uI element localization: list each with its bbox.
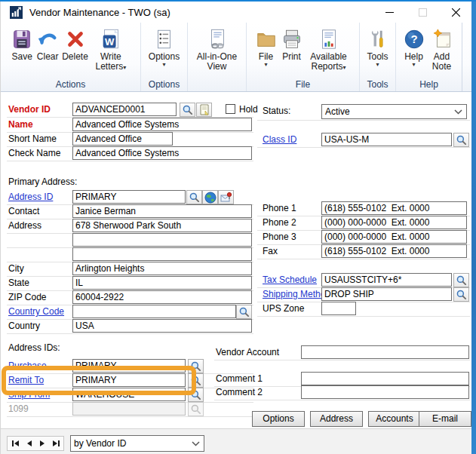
zip-field[interactable] — [72, 290, 252, 304]
comment2-row: Comment 2 — [214, 385, 470, 400]
vendor-account-field[interactable] — [301, 345, 469, 359]
country-code-link[interactable]: Country Code — [8, 306, 64, 317]
map-pin-button[interactable] — [218, 190, 234, 204]
printer-icon — [281, 26, 303, 52]
record-nav — [7, 436, 64, 451]
toolbar-group-tools: Tools ▾ Tools — [360, 23, 396, 91]
address-id-field[interactable] — [72, 190, 186, 204]
address-line2-field[interactable] — [72, 233, 252, 247]
close-icon — [452, 8, 460, 17]
accounts-button[interactable]: Accounts — [368, 411, 421, 427]
address-label: Address — [8, 220, 41, 231]
address-button[interactable]: Address — [310, 411, 363, 427]
class-id-lookup-button[interactable] — [453, 133, 469, 147]
magnifier-icon — [190, 389, 201, 400]
comment1-field[interactable] — [301, 372, 469, 385]
list-icon — [152, 26, 175, 52]
status-dropdown[interactable]: Active — [321, 104, 467, 119]
class-id-link[interactable]: Class ID — [263, 134, 296, 145]
check-name-field[interactable] — [72, 146, 252, 160]
ship-from-field[interactable] — [72, 388, 186, 401]
dropdown-caret-icon: ▾ — [123, 64, 126, 71]
delete-button[interactable]: Delete — [60, 25, 90, 63]
email-button[interactable]: E-mail — [419, 411, 471, 427]
ten99-address-row: 1099 — [7, 402, 253, 417]
file-menu-button[interactable]: File ▾ — [253, 25, 279, 69]
all-in-one-view-button[interactable]: All-in-One View — [191, 25, 244, 72]
ship-from-lookup-button[interactable] — [188, 388, 204, 402]
ship-from-link[interactable]: Ship From — [8, 389, 50, 400]
fax-field[interactable] — [321, 244, 467, 258]
vendor-account-row: Vendor Account — [214, 345, 470, 360]
close-button[interactable] — [439, 2, 472, 23]
minimize-icon — [385, 8, 394, 17]
next-record-button[interactable] — [39, 440, 45, 447]
comment2-field[interactable] — [301, 385, 469, 399]
name-field[interactable] — [72, 118, 252, 131]
options-button[interactable]: Options — [252, 411, 305, 427]
magnifier-icon — [190, 360, 201, 372]
address-line1-field[interactable] — [72, 219, 252, 232]
ups-zone-field[interactable] — [321, 302, 356, 315]
vendor-id-row: Vendor ID Hold — [7, 103, 253, 118]
magnifier-icon — [456, 134, 467, 146]
phone1-field[interactable] — [321, 201, 467, 215]
previous-record-button[interactable] — [26, 440, 32, 447]
options-menu-button[interactable]: Options ▾ — [147, 25, 181, 69]
maximize-button[interactable] — [406, 2, 439, 23]
city-field[interactable] — [72, 262, 252, 275]
remit-to-link[interactable]: Remit To — [8, 375, 44, 385]
sort-by-value: by Vendor ID — [74, 438, 192, 449]
minimize-button[interactable] — [373, 2, 406, 23]
country-field[interactable] — [72, 319, 252, 333]
tax-schedule-lookup-button[interactable] — [453, 273, 469, 287]
purchase-address-field[interactable] — [72, 359, 186, 373]
phone3-field[interactable] — [321, 230, 467, 244]
toolbar-group-file: File ▾ Print — [247, 23, 360, 91]
last-record-button[interactable] — [52, 440, 60, 447]
fax-row: Fax — [257, 244, 470, 259]
remit-to-field[interactable] — [72, 373, 186, 387]
address-id-lookup-button[interactable] — [186, 190, 202, 204]
print-button[interactable]: Print — [279, 25, 305, 63]
primary-address-heading: Primary Address: — [8, 176, 77, 187]
short-name-field[interactable] — [72, 132, 173, 146]
address-id-link[interactable]: Address ID — [8, 192, 53, 202]
address-ids-heading: Address IDs: — [8, 342, 60, 353]
purchase-address-lookup-button[interactable] — [188, 359, 204, 373]
internet-globe-button[interactable] — [202, 190, 218, 204]
state-field[interactable] — [72, 276, 252, 290]
first-record-button[interactable] — [11, 440, 20, 447]
vendor-id-field[interactable] — [72, 103, 177, 116]
hold-checkbox[interactable] — [226, 104, 235, 114]
country-code-field[interactable] — [72, 305, 236, 318]
vendor-note-button[interactable] — [196, 103, 212, 117]
class-id-field[interactable] — [321, 133, 452, 146]
city-label: City — [8, 263, 24, 274]
remit-to-lookup-button[interactable] — [188, 373, 204, 388]
tools-menu-button[interactable]: Tools ▾ — [365, 25, 391, 69]
tax-schedule-link[interactable]: Tax Schedule — [263, 275, 317, 285]
phone2-field[interactable] — [321, 216, 467, 229]
help-menu-button[interactable]: ? Help ▾ — [401, 25, 427, 69]
shipping-method-field[interactable] — [321, 287, 452, 301]
address-line3-field[interactable] — [72, 247, 252, 261]
available-reports-button[interactable]: Available Reports▾ — [305, 25, 353, 72]
toolbar-group-options: Options ▾ Options — [141, 23, 188, 91]
shipping-method-lookup-button[interactable] — [453, 287, 469, 302]
write-letters-button[interactable]: W Write Letters▾ — [90, 25, 132, 72]
save-button[interactable]: Save — [9, 25, 35, 63]
purchase-address-link[interactable]: Purchase — [8, 360, 47, 371]
shipping-method-link[interactable]: Shipping Method — [263, 289, 330, 299]
sort-by-dropdown[interactable]: by Vendor ID — [70, 435, 204, 452]
address-line2-row — [7, 233, 253, 248]
phone1-row: Phone 1 — [257, 201, 470, 216]
shipping-method-row: Shipping Method — [257, 287, 470, 302]
vendor-id-lookup-button[interactable] — [180, 103, 195, 117]
contact-field[interactable] — [72, 204, 252, 218]
add-note-button[interactable]: Add Note — [427, 25, 457, 72]
clear-button[interactable]: Clear — [35, 25, 60, 63]
tax-schedule-field[interactable] — [321, 273, 452, 287]
country-code-lookup-button[interactable] — [236, 305, 252, 319]
ribbon-toolbar: Save Clear — [1, 23, 472, 92]
